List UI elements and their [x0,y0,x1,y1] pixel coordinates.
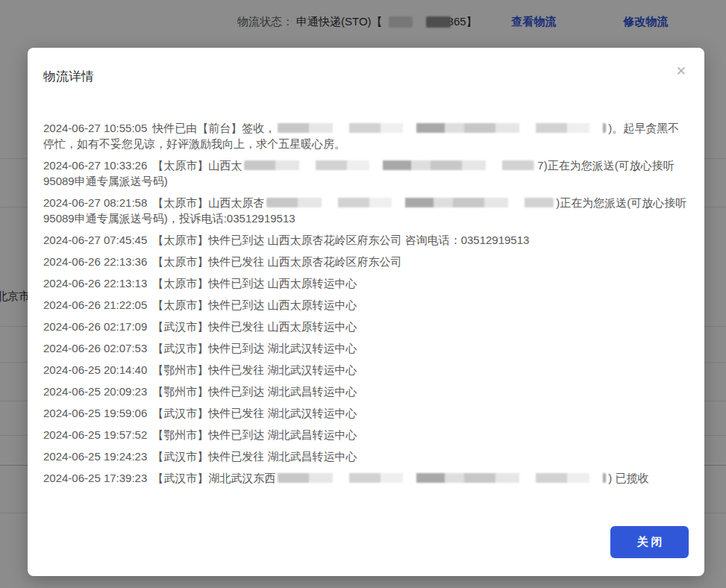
entry-text: 【鄂州市】快件已发往 湖北武汉转运中心 [152,363,357,376]
tracking-entry: 2024-06-26 22:13:36【太原市】快件已发往 山西太原杏花岭区府东… [43,254,688,269]
tracking-entry: 2024-06-26 02:07:53【武汉市】快件已到达 湖北武汉转运中心 [43,340,688,356]
redacted-block [278,473,606,483]
entry-text: 【武汉市】快件已发往 湖北武汉转运中心 [152,407,357,419]
tracking-entry: 2024-06-27 10:33:26【太原市】山西太7)正在为您派送(可放心接… [43,157,688,189]
entry-timestamp: 2024-06-26 22:13:13 [43,277,147,290]
tracking-entry: 2024-06-26 21:22:05【太原市】快件已到达 山西太原转运中心 [43,297,688,313]
tracking-entry: 2024-06-25 19:24:23【武汉市】快件已发往 湖北武昌转运中心 [43,448,688,464]
tracking-entry: 2024-06-25 17:39:23【武汉市】湖北武汉东西) 已揽收 [43,470,688,486]
entry-text: 【武汉市】快件已发往 湖北武昌转运中心 [152,450,357,463]
entry-text: 【太原市】山西太原杏 [152,196,264,209]
entry-timestamp: 2024-06-25 19:57:52 [43,428,147,441]
entry-text: 【太原市】快件已到达 山西太原杏花岭区府东公司 咨询电话：03512919513 [152,234,529,246]
entry-text: 【武汉市】快件已到达 湖北武汉转运中心 [152,342,357,354]
tracking-entry: 2024-06-25 19:59:06【武汉市】快件已发往 湖北武汉转运中心 [43,405,688,421]
entry-timestamp: 2024-06-26 02:17:09 [43,320,147,333]
entry-timestamp: 2024-06-25 17:39:23 [43,472,147,484]
entry-timestamp: 2024-06-25 19:59:06 [43,407,147,419]
entry-timestamp: 2024-06-25 20:14:40 [43,363,147,376]
entry-text: 【武汉市】湖北武汉东西 [152,472,275,484]
entry-text: 【太原市】快件已到达 山西太原转运中心 [152,298,357,311]
entry-text: 【太原市】快件已发往 山西太原杏花岭区府东公司 [152,255,401,268]
entry-text: 【太原市】快件已到达 山西太原转运中心 [152,277,357,290]
entry-text: 快件已由【前台】签收， [152,122,275,134]
entry-text: 【鄂州市】快件已到达 湖北武昌转运中心 [152,385,357,398]
tracking-entry: 2024-06-27 07:45:45【太原市】快件已到达 山西太原杏花岭区府东… [43,232,688,248]
page-root: 物流状态： 申通快递(STO)【 865】 查看物流 修改物流 北京市 物流详情… [0,0,726,588]
entry-timestamp: 2024-06-27 07:45:45 [43,234,147,246]
tracking-entry: 2024-06-26 02:17:09【武汉市】快件已发往 山西太原转运中心 [43,319,688,334]
entry-timestamp: 2024-06-27 08:21:58 [43,196,147,209]
entry-text: ) 已揽收 [608,472,648,484]
tracking-entry: 2024-06-27 08:21:58【太原市】山西太原杏)正在为您派送(可放心… [43,195,688,226]
tracking-entry: 2024-06-25 20:09:23【鄂州市】快件已到达 湖北武昌转运中心 [43,384,688,399]
tracking-entry-list: 2024-06-27 10:55:05快件已由【前台】签收，)。起早贪黑不停忙，… [28,85,704,486]
close-icon[interactable]: ✕ [676,65,686,78]
close-button[interactable]: 关 闭 [610,526,689,558]
entry-text: 【武汉市】快件已发往 山西太原转运中心 [152,320,357,333]
tracking-entry: 2024-06-27 10:55:05快件已由【前台】签收，)。起早贪黑不停忙，… [43,120,688,151]
entry-text: 【太原市】山西太 [152,159,242,172]
redacted-block [244,160,535,170]
redacted-block [278,123,606,133]
tracking-entry: 2024-06-25 19:57:52【鄂州市】快件已到达 湖北武昌转运中心 [43,427,688,442]
modal-footer: 关 闭 [610,526,689,558]
entry-timestamp: 2024-06-26 21:22:05 [43,298,147,311]
modal-title: 物流详情 [43,69,94,84]
entry-timestamp: 2024-06-25 19:24:23 [43,450,147,463]
entry-timestamp: 2024-06-26 22:13:36 [43,255,147,268]
tracking-entry: 2024-06-25 20:14:40【鄂州市】快件已发往 湖北武汉转运中心 [43,362,688,378]
entry-timestamp: 2024-06-27 10:55:05 [43,122,147,134]
logistics-detail-modal: 物流详情 ✕ 2024-06-27 10:55:05快件已由【前台】签收，)。起… [28,48,704,576]
modal-header: 物流详情 ✕ [28,48,704,85]
entry-text: 【鄂州市】快件已到达 湖北武昌转运中心 [152,428,357,441]
tracking-entry: 2024-06-26 22:13:13【太原市】快件已到达 山西太原转运中心 [43,275,688,291]
entry-timestamp: 2024-06-26 02:07:53 [43,342,147,354]
entry-timestamp: 2024-06-25 20:09:23 [43,385,147,398]
redacted-block [266,198,554,207]
entry-timestamp: 2024-06-27 10:33:26 [43,159,147,172]
